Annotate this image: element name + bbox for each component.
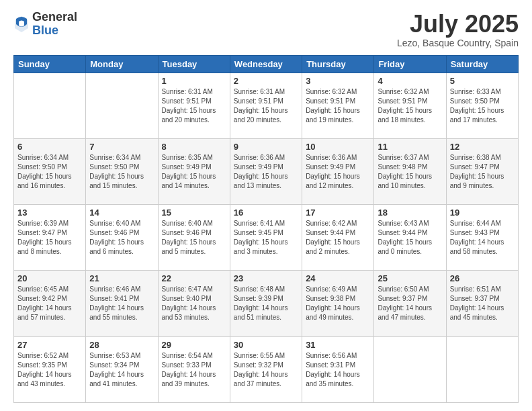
week-row-5: 27Sunrise: 6:52 AMSunset: 9:35 PMDayligh… — [14, 336, 519, 402]
calendar-cell: 26Sunrise: 6:51 AMSunset: 9:37 PMDayligh… — [446, 271, 518, 336]
day-number: 28 — [89, 340, 154, 350]
header: General Blue July 2025 Lezo, Basque Coun… — [13, 11, 519, 48]
calendar-cell: 24Sunrise: 6:49 AMSunset: 9:38 PMDayligh… — [302, 271, 374, 336]
day-number: 17 — [306, 208, 370, 218]
calendar-cell: 2Sunrise: 6:31 AMSunset: 9:51 PMDaylight… — [230, 73, 302, 138]
day-info: Sunrise: 6:39 AMSunset: 9:47 PMDaylight:… — [17, 219, 82, 257]
day-info: Sunrise: 6:36 AMSunset: 9:49 PMDaylight:… — [306, 153, 370, 191]
logo-general: General — [32, 11, 77, 24]
calendar-cell: 31Sunrise: 6:56 AMSunset: 9:31 PMDayligh… — [302, 336, 374, 402]
day-info: Sunrise: 6:32 AMSunset: 9:51 PMDaylight:… — [378, 87, 442, 125]
day-info: Sunrise: 6:52 AMSunset: 9:35 PMDaylight:… — [17, 351, 82, 389]
day-number: 23 — [234, 273, 298, 283]
calendar-cell: 29Sunrise: 6:54 AMSunset: 9:33 PMDayligh… — [158, 336, 230, 402]
day-info: Sunrise: 6:34 AMSunset: 9:50 PMDaylight:… — [89, 153, 154, 191]
title-area: July 2025 Lezo, Basque Country, Spain — [397, 11, 519, 48]
logo: General Blue — [13, 11, 77, 38]
calendar-cell: 14Sunrise: 6:40 AMSunset: 9:46 PMDayligh… — [86, 205, 158, 271]
logo-text: General Blue — [32, 11, 77, 38]
calendar-cell: 21Sunrise: 6:46 AMSunset: 9:41 PMDayligh… — [86, 271, 158, 336]
day-number: 18 — [378, 208, 442, 218]
day-header-tuesday: Tuesday — [158, 55, 230, 73]
day-header-sunday: Sunday — [14, 55, 86, 73]
logo-icon — [13, 15, 30, 34]
calendar-cell: 8Sunrise: 6:35 AMSunset: 9:49 PMDaylight… — [158, 138, 230, 204]
day-header-monday: Monday — [86, 55, 158, 73]
day-header-saturday: Saturday — [446, 55, 518, 73]
day-number: 9 — [234, 142, 298, 152]
location: Lezo, Basque Country, Spain — [397, 38, 519, 48]
day-info: Sunrise: 6:32 AMSunset: 9:51 PMDaylight:… — [306, 87, 370, 125]
day-number: 29 — [162, 340, 226, 350]
day-number: 14 — [89, 208, 154, 218]
calendar-cell: 27Sunrise: 6:52 AMSunset: 9:35 PMDayligh… — [14, 336, 86, 402]
day-number: 6 — [17, 142, 82, 152]
calendar-cell: 15Sunrise: 6:40 AMSunset: 9:46 PMDayligh… — [158, 205, 230, 271]
calendar-cell: 7Sunrise: 6:34 AMSunset: 9:50 PMDaylight… — [86, 138, 158, 204]
day-number: 24 — [306, 273, 370, 283]
day-number: 20 — [17, 273, 82, 283]
calendar-cell: 5Sunrise: 6:33 AMSunset: 9:50 PMDaylight… — [446, 73, 518, 138]
day-number: 2 — [234, 76, 298, 86]
day-number: 19 — [450, 208, 515, 218]
week-row-3: 13Sunrise: 6:39 AMSunset: 9:47 PMDayligh… — [14, 205, 519, 271]
day-number: 7 — [89, 142, 154, 152]
calendar-cell: 11Sunrise: 6:37 AMSunset: 9:48 PMDayligh… — [374, 138, 446, 204]
day-number: 15 — [162, 208, 226, 218]
day-info: Sunrise: 6:41 AMSunset: 9:45 PMDaylight:… — [234, 219, 298, 257]
calendar-cell — [86, 73, 158, 138]
day-info: Sunrise: 6:31 AMSunset: 9:51 PMDaylight:… — [162, 87, 226, 125]
day-number: 25 — [378, 273, 442, 283]
day-info: Sunrise: 6:31 AMSunset: 9:51 PMDaylight:… — [234, 87, 298, 125]
day-info: Sunrise: 6:34 AMSunset: 9:50 PMDaylight:… — [17, 153, 82, 191]
day-info: Sunrise: 6:45 AMSunset: 9:42 PMDaylight:… — [17, 285, 82, 322]
day-info: Sunrise: 6:50 AMSunset: 9:37 PMDaylight:… — [378, 285, 442, 322]
day-info: Sunrise: 6:33 AMSunset: 9:50 PMDaylight:… — [450, 87, 515, 125]
day-number: 30 — [234, 340, 298, 350]
calendar-cell: 13Sunrise: 6:39 AMSunset: 9:47 PMDayligh… — [14, 205, 86, 271]
calendar-cell: 19Sunrise: 6:44 AMSunset: 9:43 PMDayligh… — [446, 205, 518, 271]
day-number: 11 — [378, 142, 442, 152]
day-info: Sunrise: 6:49 AMSunset: 9:38 PMDaylight:… — [306, 285, 370, 322]
calendar-cell: 10Sunrise: 6:36 AMSunset: 9:49 PMDayligh… — [302, 138, 374, 204]
week-row-1: 1Sunrise: 6:31 AMSunset: 9:51 PMDaylight… — [14, 73, 519, 138]
day-info: Sunrise: 6:44 AMSunset: 9:43 PMDaylight:… — [450, 219, 515, 257]
calendar-cell: 30Sunrise: 6:55 AMSunset: 9:32 PMDayligh… — [230, 336, 302, 402]
day-number: 12 — [450, 142, 515, 152]
logo-blue: Blue — [32, 24, 77, 38]
calendar-cell — [446, 336, 518, 402]
calendar-cell — [374, 336, 446, 402]
day-number: 21 — [89, 273, 154, 283]
day-number: 4 — [378, 76, 442, 86]
day-number: 16 — [234, 208, 298, 218]
day-number: 10 — [306, 142, 370, 152]
day-info: Sunrise: 6:40 AMSunset: 9:46 PMDaylight:… — [89, 219, 154, 257]
calendar-cell: 22Sunrise: 6:47 AMSunset: 9:40 PMDayligh… — [158, 271, 230, 336]
calendar-cell: 17Sunrise: 6:42 AMSunset: 9:44 PMDayligh… — [302, 205, 374, 271]
day-info: Sunrise: 6:37 AMSunset: 9:48 PMDaylight:… — [378, 153, 442, 191]
day-info: Sunrise: 6:55 AMSunset: 9:32 PMDaylight:… — [234, 351, 298, 389]
day-info: Sunrise: 6:47 AMSunset: 9:40 PMDaylight:… — [162, 285, 226, 322]
day-number: 26 — [450, 273, 515, 283]
calendar-cell: 25Sunrise: 6:50 AMSunset: 9:37 PMDayligh… — [374, 271, 446, 336]
calendar-cell: 23Sunrise: 6:48 AMSunset: 9:39 PMDayligh… — [230, 271, 302, 336]
day-info: Sunrise: 6:48 AMSunset: 9:39 PMDaylight:… — [234, 285, 298, 322]
week-row-2: 6Sunrise: 6:34 AMSunset: 9:50 PMDaylight… — [14, 138, 519, 204]
day-info: Sunrise: 6:35 AMSunset: 9:49 PMDaylight:… — [162, 153, 226, 191]
calendar-header-row: SundayMondayTuesdayWednesdayThursdayFrid… — [14, 55, 519, 73]
day-header-friday: Friday — [374, 55, 446, 73]
day-number: 27 — [17, 340, 82, 350]
day-info: Sunrise: 6:38 AMSunset: 9:47 PMDaylight:… — [450, 153, 515, 191]
calendar-cell: 4Sunrise: 6:32 AMSunset: 9:51 PMDaylight… — [374, 73, 446, 138]
day-info: Sunrise: 6:53 AMSunset: 9:34 PMDaylight:… — [89, 351, 154, 389]
week-row-4: 20Sunrise: 6:45 AMSunset: 9:42 PMDayligh… — [14, 271, 519, 336]
calendar-cell: 6Sunrise: 6:34 AMSunset: 9:50 PMDaylight… — [14, 138, 86, 204]
day-number: 13 — [17, 208, 82, 218]
calendar-cell: 3Sunrise: 6:32 AMSunset: 9:51 PMDaylight… — [302, 73, 374, 138]
calendar-cell: 16Sunrise: 6:41 AMSunset: 9:45 PMDayligh… — [230, 205, 302, 271]
day-info: Sunrise: 6:46 AMSunset: 9:41 PMDaylight:… — [89, 285, 154, 322]
day-number: 1 — [162, 76, 226, 86]
day-number: 8 — [162, 142, 226, 152]
day-header-wednesday: Wednesday — [230, 55, 302, 73]
day-number: 31 — [306, 340, 370, 350]
